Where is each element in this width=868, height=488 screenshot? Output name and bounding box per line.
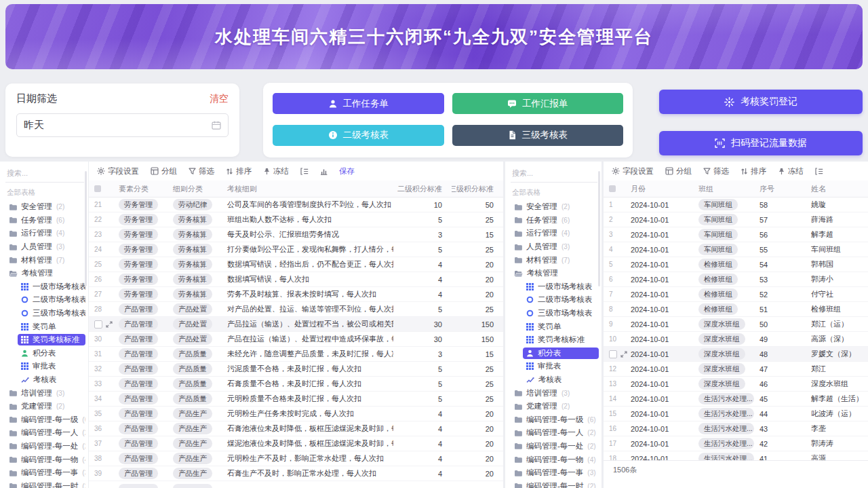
table-row[interactable]: 38产品管理产品生产元明粉生产不及时，影响正常水处理，每人次扣420 bbox=[89, 451, 503, 466]
table-row[interactable]: 22劳务管理劳务核算班组出勤人数不达标，每人次扣525 bbox=[89, 212, 503, 227]
sidebar-item-人员管理[interactable]: 人员管理(3) bbox=[509, 240, 599, 254]
toolbar-排序[interactable]: 排序 bbox=[226, 166, 252, 176]
sidebar-item-审批表[interactable]: 审批表 bbox=[509, 360, 599, 373]
table-row[interactable]: 27劳务管理劳务核算劳务不及时核算、报表未按时填写，每人次扣420 bbox=[89, 287, 503, 302]
sidebar-item-一级市场考核表[interactable]: 一级市场考核表 bbox=[509, 280, 599, 294]
sidebar-item-运行管理[interactable]: 运行管理(4) bbox=[4, 227, 85, 240]
sidebar-search-input[interactable]: 搜索... bbox=[511, 167, 597, 183]
quick-button-1[interactable]: 工作任务单 bbox=[273, 93, 444, 114]
save-button[interactable]: 保存 bbox=[339, 166, 355, 176]
table-row[interactable]: 39产品管理产品生产石膏生产不及时，影响正常水处理，每人次扣420 bbox=[89, 466, 503, 481]
sidebar-item-考核管理[interactable]: 考核管理 bbox=[509, 267, 599, 280]
quick-button-4[interactable]: 三级考核表 bbox=[452, 125, 624, 146]
toolbar-筛选[interactable]: 筛选 bbox=[189, 166, 214, 176]
table-row[interactable]: 62024-10-01检修班组53郭涛小 bbox=[604, 272, 868, 287]
sidebar-item-编码管理-每一时[interactable]: 编码管理-每一时(2) bbox=[509, 479, 599, 488]
sidebar-item-考核管理[interactable]: 考核管理 bbox=[4, 267, 85, 280]
toolbar-冻结[interactable]: 冻结 bbox=[778, 166, 804, 176]
row-checkbox[interactable] bbox=[94, 320, 102, 329]
table-row[interactable]: 30产品管理产品处置产品在拉运（输送）、处置过程中造成环保事故，每人次扣3015… bbox=[89, 332, 503, 347]
table-row[interactable]: 32产品管理产品质量污泥质量不合格，未及时汇报，每人次扣525 bbox=[89, 362, 503, 377]
sidebar-item-奖罚单[interactable]: 奖罚单 bbox=[4, 320, 85, 333]
table-row[interactable]: 25劳务管理劳务核算数据填写错误，经指出后，仍不配合更正，每人次扣420 bbox=[89, 257, 503, 272]
table-row[interactable]: 122024-10-01深度水班组47郑江 bbox=[604, 362, 868, 377]
sidebar-item-一级市场考核表[interactable]: 一级市场考核表 bbox=[4, 280, 85, 294]
sidebar-item-材料管理[interactable]: 材料管理(7) bbox=[509, 253, 599, 267]
sidebar-item-安全管理[interactable]: 安全管理(2) bbox=[4, 200, 85, 214]
table-row[interactable]: 72024-10-01检修班组52付守社 bbox=[604, 287, 868, 302]
side-button-2[interactable]: 扫码登记流量数据 bbox=[659, 131, 863, 155]
sidebar-item-编码管理-每一物[interactable]: 编码管理-每一物(4) bbox=[4, 453, 85, 466]
table-row[interactable]: 172024-10-01生活污水处理...42郭涛涛 bbox=[604, 436, 868, 451]
sidebar-item-编码管理-每一级[interactable]: 编码管理-每一级(6) bbox=[509, 413, 599, 427]
table-row[interactable]: 24劳务管理劳务核算打分要做到公平公正，发现徇私舞弊，打人情分，每人次扣525 bbox=[89, 242, 503, 257]
sidebar-item-二级市场考核表[interactable]: 二级市场考核表 bbox=[4, 293, 85, 307]
sidebar-scrollbar[interactable] bbox=[85, 171, 87, 286]
toolbar-rowheight-icon[interactable] bbox=[815, 168, 823, 175]
table-row[interactable]: 37产品管理产品生产煤泥池液位未及时降低，板框压滤煤泥未及时卸，每人次扣420 bbox=[89, 436, 503, 451]
sidebar-item-奖罚考核标准[interactable]: 奖罚考核标准 bbox=[509, 333, 599, 347]
sidebar-item-编码管理-每一时[interactable]: 编码管理-每一时(2) bbox=[4, 479, 85, 488]
sidebar-item-编码管理-每一事[interactable]: 编码管理-每一事(3) bbox=[509, 466, 599, 480]
sidebar-item-编码管理-每一物[interactable]: 编码管理-每一物(4) bbox=[509, 453, 599, 466]
sidebar-item-运行管理[interactable]: 运行管理(4) bbox=[509, 227, 599, 240]
table-row[interactable]: 142024-10-01生活污水处理...45解李超（生活） bbox=[604, 392, 868, 407]
sidebar-item-积分表[interactable]: 积分表 bbox=[509, 347, 599, 360]
table-row[interactable]: 产品管理产品处置产品拉运（输送）、处置过程不当，被公司或相关部门处罚，每人次扣3… bbox=[89, 317, 503, 332]
sidebar-item-材料管理[interactable]: 材料管理(7) bbox=[4, 253, 85, 267]
sidebar-item-奖罚单[interactable]: 奖罚单 bbox=[509, 320, 599, 333]
side-button-1[interactable]: 考核奖罚登记 bbox=[659, 90, 863, 114]
table-row[interactable]: 28产品管理产品处置对产品的处置、拉运、输送等管理不到位，每人次扣525 bbox=[89, 302, 503, 317]
table-row[interactable]: 102024-10-01深度水班组49高源（深） bbox=[604, 332, 868, 347]
sidebar-item-任务管理[interactable]: 任务管理(6) bbox=[4, 214, 85, 227]
table-row[interactable]: 33产品管理产品质量石膏质量不合格，未及时汇报，每人次扣525 bbox=[89, 377, 503, 392]
select-all-checkbox[interactable] bbox=[609, 185, 616, 192]
sidebar-item-党建管理[interactable]: 党建管理(2) bbox=[509, 400, 599, 413]
sidebar-item-人员管理[interactable]: 人员管理(3) bbox=[4, 240, 85, 254]
toolbar-筛选[interactable]: 筛选 bbox=[703, 166, 729, 176]
table-row[interactable]: 52024-10-01检修班组54郭韩国 bbox=[604, 257, 868, 272]
table-row[interactable]: 36产品管理产品生产石膏池液位未及时降低，板框压滤煤泥未及时卸，每人次扣420 bbox=[89, 421, 503, 436]
sidebar-item-编码管理-每一处[interactable]: 编码管理-每一处(2) bbox=[509, 440, 599, 453]
sidebar-item-三级市场考核表[interactable]: 三级市场考核表 bbox=[509, 307, 599, 320]
toolbar-分组[interactable]: 分组 bbox=[151, 166, 177, 176]
sidebar-item-编码管理-每一事[interactable]: 编码管理-每一事(3) bbox=[4, 466, 85, 480]
sidebar-item-奖罚考核标准[interactable]: 奖罚考核标准 bbox=[4, 333, 85, 347]
sidebar-item-三级市场考核表[interactable]: 三级市场考核表 bbox=[4, 307, 85, 320]
table-row[interactable]: 22024-10-01车间班组57薛海路 bbox=[604, 212, 868, 227]
table-row[interactable]: 35产品管理产品生产元明粉生产任务未按时完成，每人次扣420 bbox=[89, 407, 503, 421]
sidebar-item-党建管理[interactable]: 党建管理(2) bbox=[4, 400, 85, 413]
sidebar-item-编码管理-每一人[interactable]: 编码管理-每一人(2) bbox=[509, 426, 599, 440]
table-row[interactable]: 34产品管理产品质量元明粉质量不合格未及时汇报，每人次扣525 bbox=[89, 392, 503, 407]
table-row[interactable]: 31产品管理产品质量未经允许，随意调整产品质量，未及时汇报，每人次扣315 bbox=[89, 347, 503, 362]
sidebar-item-编码管理-每一人[interactable]: 编码管理-每一人(2) bbox=[4, 426, 85, 440]
quick-button-3[interactable]: 二级考核表 bbox=[273, 125, 444, 146]
toolbar-冻结[interactable]: 冻结 bbox=[263, 166, 289, 176]
sidebar-item-编码管理-每一处[interactable]: 编码管理-每一处(2) bbox=[4, 440, 85, 453]
sidebar-item-安全管理[interactable]: 安全管理(2) bbox=[509, 200, 599, 214]
table-row[interactable]: 26劳务管理劳务核算数据填写错误，每人次扣420 bbox=[89, 272, 503, 287]
table-row[interactable]: 32024-10-01车间班组56解李超 bbox=[604, 227, 868, 242]
sidebar-item-考核表[interactable]: 考核表 bbox=[509, 373, 599, 387]
sidebar-scrollbar[interactable] bbox=[598, 171, 600, 286]
sidebar-item-编码管理-每一级[interactable]: 编码管理-每一级(6) bbox=[4, 413, 85, 427]
sidebar-item-二级市场考核表[interactable]: 二级市场考核表 bbox=[509, 293, 599, 307]
table-row[interactable]: 92024-10-01深度水班组50郑江（运） bbox=[604, 317, 868, 332]
toolbar-分组[interactable]: 分组 bbox=[665, 166, 692, 176]
table-row[interactable]: 82024-10-01检修班组51检修班组 bbox=[604, 302, 868, 317]
row-checkbox[interactable] bbox=[609, 350, 617, 358]
table-row[interactable]: 2024-10-01深度水班组48罗媛文（深） bbox=[604, 347, 868, 362]
table-row[interactable]: 42024-10-01车间班组55车间班组 bbox=[604, 242, 868, 257]
sidebar-item-考核表[interactable]: 考核表 bbox=[4, 373, 85, 387]
date-picker-input[interactable]: 昨天 bbox=[16, 113, 229, 137]
table-row[interactable]: 23劳务管理劳务核算每天及时公示、汇报班组劳务情况315 bbox=[89, 227, 503, 242]
toolbar-chart-icon[interactable] bbox=[320, 168, 328, 175]
clear-filter-button[interactable]: 清空 bbox=[210, 93, 229, 105]
toolbar-字段设置[interactable]: 字段设置 bbox=[612, 166, 654, 176]
sidebar-item-培训管理[interactable]: 培训管理(3) bbox=[509, 386, 599, 400]
toolbar-字段设置[interactable]: 字段设置 bbox=[97, 166, 139, 176]
sidebar-item-培训管理[interactable]: 培训管理(3) bbox=[4, 386, 85, 400]
quick-button-2[interactable]: 工作汇报单 bbox=[452, 93, 624, 114]
toolbar-rowheight-icon[interactable] bbox=[300, 168, 309, 175]
table-row[interactable]: 152024-10-01生活污水处理...44叱波涛（运） bbox=[604, 407, 868, 421]
